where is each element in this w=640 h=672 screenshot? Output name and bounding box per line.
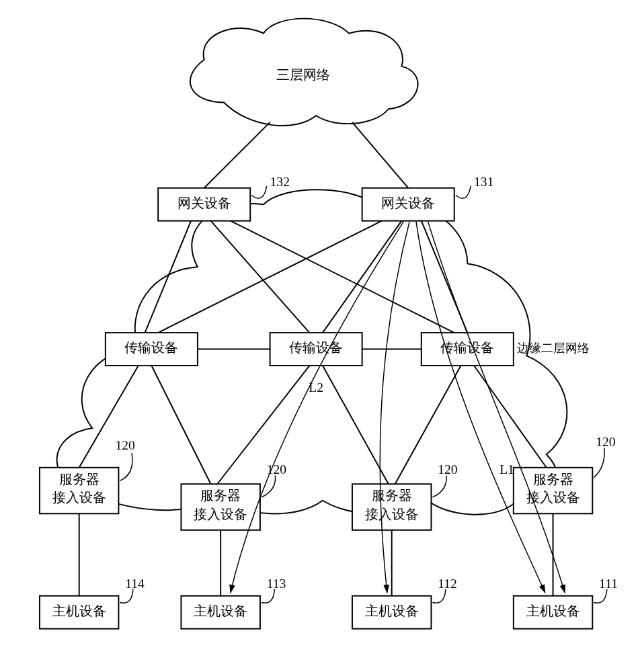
host-d-label: 主机设备 [526, 603, 580, 618]
access-d-line1: 服务器 [533, 472, 573, 487]
host-b-ref: 113 [267, 577, 286, 591]
host-a-ref: 114 [125, 577, 145, 591]
access-a-ref: 120 [116, 438, 136, 452]
access-a-line1: 服务器 [59, 472, 99, 487]
host-a-label: 主机设备 [52, 603, 106, 618]
gateway-right-ref: 131 [474, 175, 493, 189]
l3-cloud-label: 三层网络 [276, 68, 330, 82]
access-c-line1: 服务器 [372, 489, 412, 503]
access-b-line2: 接入设备 [194, 507, 247, 521]
host-b-label: 主机设备 [194, 603, 247, 618]
access-a-line2: 接入设备 [52, 491, 106, 505]
network-diagram: 三层网络 边缘二层网络 网关设备 132 网关设备 131 传输设备 传输设备 … [7, 7, 633, 665]
access-b-line1: 服务器 [200, 489, 241, 503]
access-d-ref: 120 [596, 435, 616, 449]
svg-line-1 [352, 122, 408, 188]
host-c-ref: 112 [438, 577, 457, 591]
gateway-right-label: 网关设备 [381, 196, 435, 210]
svg-line-0 [204, 122, 270, 188]
host-d-ref: 111 [599, 577, 618, 591]
access-c-line2: 接入设备 [365, 507, 419, 521]
gateway-left-label: 网关设备 [177, 196, 231, 210]
gateway-left-ref: 132 [270, 175, 290, 189]
flow-L1-label: L1 [499, 462, 514, 476]
access-c-ref: 120 [438, 462, 458, 476]
edge-l2-cloud-label: 边缘二层网络 [517, 341, 590, 355]
host-c-label: 主机设备 [365, 603, 419, 618]
flow-L2-label: L2 [309, 380, 323, 394]
transport-right-label: 传输设备 [440, 341, 494, 355]
transport-mid-label: 传输设备 [289, 341, 343, 355]
transport-left-label: 传输设备 [124, 341, 178, 355]
